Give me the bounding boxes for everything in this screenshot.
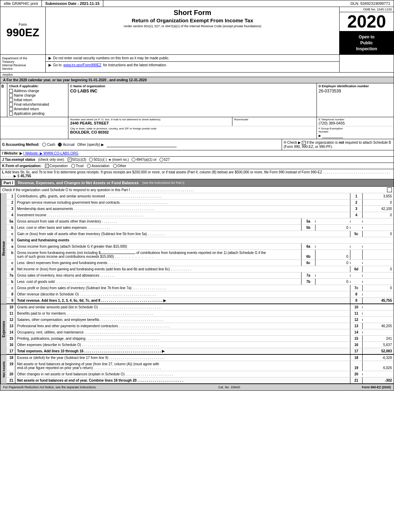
k-trust-wrap[interactable]: Trust bbox=[71, 164, 83, 168]
j-note: (check only one): bbox=[38, 158, 65, 162]
part1-check-box[interactable] bbox=[387, 187, 392, 192]
k-trust-label: Trust bbox=[76, 164, 83, 168]
row-7a: 7a Gross sales of inventory, less return… bbox=[7, 272, 394, 279]
j-501c3-wrap[interactable]: ✓ 501(c)(3) bbox=[68, 158, 87, 162]
initial-return-check[interactable]: Initial return bbox=[9, 98, 66, 102]
row-7a-desc: Gross sales of inventory, less returns a… bbox=[15, 272, 301, 278]
j-501c-wrap[interactable]: 501(c)( ) ◄ (insert no.) bbox=[89, 158, 129, 162]
row-7b: b Less: cost of goods sold . . . . . . .… bbox=[7, 279, 394, 285]
g-cash-radio-wrap[interactable]: Cash bbox=[42, 143, 55, 147]
row-6b-sub-val: 0 bbox=[315, 250, 350, 260]
final-return-box[interactable] bbox=[9, 103, 13, 106]
row-6c-num: c bbox=[7, 260, 15, 266]
g-accrual-radio[interactable] bbox=[58, 143, 62, 147]
amended-return-check[interactable]: Amended return bbox=[9, 107, 66, 111]
address-change-check[interactable]: Address change bbox=[9, 89, 66, 93]
g-other-field[interactable] bbox=[107, 142, 177, 147]
row-14-desc: Occupancy, rent, utilities, and maintena… bbox=[15, 329, 350, 335]
j-4947-circle[interactable] bbox=[132, 158, 135, 162]
city-spacer bbox=[0, 126, 68, 139]
right-header: OMB No. 1545-1150 2020 Open toPublicInsp… bbox=[340, 7, 394, 54]
application-pending-check[interactable]: Application pending bbox=[9, 111, 66, 116]
footer-cat: Cat. No. 10642I bbox=[218, 385, 240, 389]
net-assets-side-label: Net Assets bbox=[0, 355, 7, 384]
row-14-line: 14 bbox=[350, 329, 362, 335]
row-5a-desc: Gross amount from sale of assets other t… bbox=[15, 218, 301, 224]
row-7c-num: c bbox=[7, 285, 15, 291]
row-11: 11 Benefits paid to or for members . . .… bbox=[7, 310, 394, 317]
f-block: F Group Exemption Number ▶ bbox=[317, 126, 394, 139]
arrow-icon-1: ▶ bbox=[49, 56, 51, 60]
l-amount: 45,755 bbox=[20, 174, 31, 178]
row-6a-val bbox=[362, 246, 394, 248]
k-assoc-wrap[interactable]: Association bbox=[87, 164, 109, 168]
row-2: 2 Program service revenue including gove… bbox=[7, 200, 394, 206]
revenue-side-label: Revenue bbox=[0, 193, 7, 304]
notices-block: ▶ Do not enter social security numbers o… bbox=[46, 55, 340, 72]
k-trust-circle[interactable] bbox=[71, 164, 75, 168]
revenue-section: Revenue 1 Contributions, gifts, grants, … bbox=[0, 193, 394, 304]
row-15-val: 241 bbox=[362, 336, 394, 342]
row-15-desc: Printing, publications, postage, and shi… bbox=[15, 336, 350, 342]
row-5a-sub-label: 5a bbox=[301, 218, 315, 224]
e-label: E Telephone number bbox=[319, 118, 392, 121]
aerplus-row: Aerplus bbox=[0, 73, 394, 77]
i-website[interactable]: I Website: ▶ WWW.CO-LABS.ORG bbox=[23, 151, 79, 155]
k-assoc-circle[interactable] bbox=[87, 164, 91, 168]
phone-value: (720) 389-0455 bbox=[319, 121, 392, 125]
row-7b-line bbox=[350, 281, 362, 283]
row-6d-val: 0 bbox=[362, 266, 394, 272]
j-527-wrap[interactable]: 527 bbox=[159, 158, 170, 162]
i-row: I Website: ▶ I Website: ▶ WWW.CO-LABS.OR… bbox=[0, 150, 394, 157]
row-17: 17 Total expenses. Add lines 10 through … bbox=[7, 348, 394, 354]
g-accrual-radio-wrap[interactable]: Accrual bbox=[58, 143, 74, 147]
application-pending-box[interactable] bbox=[9, 112, 13, 115]
initial-return-box[interactable] bbox=[9, 98, 13, 102]
c-block: C Name of organization CO LABS INC bbox=[68, 83, 317, 117]
row-18-line: 18 bbox=[350, 355, 362, 361]
addr-spacer bbox=[0, 117, 68, 126]
h-checkbox[interactable]: ✓ bbox=[302, 141, 306, 145]
k-other-wrap[interactable]: Other bbox=[113, 164, 126, 168]
omb-number: OMB No. 1545-1150 bbox=[340, 7, 394, 12]
row-15-line: 15 bbox=[350, 336, 362, 342]
address-row: Number and street (or P. O. box, if mail… bbox=[0, 117, 394, 126]
j-501c-circle[interactable] bbox=[89, 158, 93, 162]
j-501c3-box[interactable]: ✓ bbox=[68, 158, 72, 162]
notice-text-2-pre: Go to bbox=[53, 63, 61, 67]
row-11-num: 11 bbox=[7, 310, 15, 316]
row-10-val bbox=[362, 306, 394, 308]
row-10-line: 10 bbox=[350, 304, 362, 310]
g-cash-label: Cash bbox=[47, 143, 55, 147]
k-other-circle[interactable] bbox=[113, 164, 117, 168]
amended-return-box[interactable] bbox=[9, 107, 13, 111]
j-527-circle[interactable] bbox=[159, 158, 163, 162]
row-4-num: 4 bbox=[7, 212, 15, 218]
row-21-line: 21 bbox=[350, 377, 362, 383]
row-17-num: 17 bbox=[7, 348, 15, 354]
row-8-num: 8 bbox=[7, 291, 15, 297]
name-change-box[interactable] bbox=[9, 93, 13, 97]
final-return-check[interactable]: Final return/terminated bbox=[9, 102, 66, 107]
row-6c-sub-val: 0 bbox=[315, 260, 350, 266]
name-change-check[interactable]: Name change bbox=[9, 93, 66, 98]
row-2-line: 2 bbox=[350, 200, 362, 205]
address-change-box[interactable] bbox=[9, 89, 13, 93]
row-1: 1 Contributions, gifts, grants, and simi… bbox=[7, 193, 394, 200]
k-corp-box[interactable]: ✓ bbox=[45, 164, 49, 168]
row-5c-desc: Gain or (loss) from sale of assets other… bbox=[15, 231, 350, 237]
row-6d-num: d bbox=[7, 266, 15, 272]
g-h-row: G Accounting Method: Cash Accrual Other … bbox=[0, 139, 394, 150]
g-cash-radio[interactable] bbox=[42, 143, 46, 147]
j-4947-wrap[interactable]: 4947(a)(1) or bbox=[132, 158, 156, 162]
dept-block: Department of theTreasuryInternal Revenu… bbox=[0, 55, 46, 72]
row-9: 9 Total revenue. Add lines 1, 2, 3, 4, 5… bbox=[7, 298, 394, 304]
row-4-line: 4 bbox=[350, 212, 362, 218]
i-label: I Website: ▶ bbox=[2, 151, 23, 155]
row-5b-sub-label: 5b bbox=[301, 225, 315, 231]
row-7b-sub-val: 0 bbox=[315, 279, 350, 285]
k-corp-wrap[interactable]: ✓ Corporation bbox=[45, 164, 68, 168]
notice-link[interactable]: www.irs.gov/Form990EZ bbox=[63, 63, 101, 67]
h-section: H Check ▶ ✓ if the organization is not r… bbox=[282, 139, 394, 150]
j-label: J Tax-exempt status bbox=[2, 158, 35, 162]
